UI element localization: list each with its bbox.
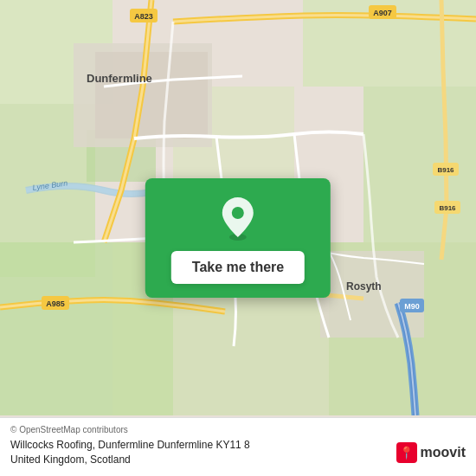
take-me-there-button[interactable]: Take me there (171, 251, 305, 284)
location-text: Willcocks Roofing, Dunfermline Dunfermli… (10, 438, 250, 467)
location-line3: Scotland (90, 453, 131, 466)
svg-text:A823: A823 (134, 12, 153, 21)
map-container: A907 A823 A985 B980 B916 B916 M90 Dunfer… (0, 0, 476, 476)
location-line1: Willcocks Roofing, Dunfermline Dunfermli… (10, 439, 250, 451)
svg-text:Rosyth: Rosyth (346, 280, 382, 293)
svg-point-31 (232, 207, 244, 219)
attribution-text: © OpenStreetMap contributors (10, 425, 128, 434)
attribution: © OpenStreetMap contributors (10, 425, 466, 434)
svg-text:A985: A985 (46, 299, 65, 308)
bottom-bar: © OpenStreetMap contributors Willcocks R… (0, 417, 476, 476)
svg-rect-11 (95, 52, 208, 138)
svg-text:B916: B916 (439, 204, 456, 212)
take-me-there-card: Take me there (145, 178, 331, 298)
take-me-there-overlay: Take me there (145, 178, 331, 298)
svg-text:A907: A907 (373, 9, 392, 17)
location-pin-icon (219, 196, 257, 241)
moovit-icon (396, 442, 417, 463)
svg-text:B916: B916 (437, 166, 454, 174)
location-line2: United Kingdom (10, 453, 84, 466)
svg-rect-5 (363, 87, 476, 242)
location-info: Willcocks Roofing, Dunfermline Dunfermli… (10, 438, 466, 467)
svg-text:Dunfermline: Dunfermline (87, 72, 152, 85)
moovit-text: moovit (421, 445, 466, 460)
moovit-logo: moovit (396, 442, 466, 463)
svg-text:M90: M90 (404, 302, 420, 311)
